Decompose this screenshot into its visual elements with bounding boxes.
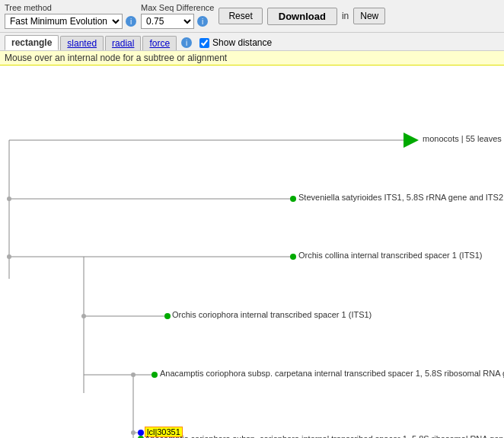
svg-point-19 [152, 372, 158, 378]
monocots-label: monocots | 55 leaves [423, 134, 502, 143]
tree-method-label: Tree method [5, 3, 136, 12]
max-seq-label: Max Seq Difference [141, 3, 214, 12]
info-bar-message: Mouse over an internal node for a subtre… [5, 53, 227, 63]
svg-point-15 [131, 430, 136, 435]
show-distance-checkbox[interactable] [199, 38, 209, 48]
svg-point-13 [81, 314, 86, 318]
tree-method-group: Tree method Fast Minimum Evolution Neigh… [5, 3, 136, 29]
reset-button[interactable]: Reset [219, 8, 262, 24]
orchis-collina-label: Orchis collina internal transcribed spac… [298, 251, 482, 260]
svg-point-18 [164, 313, 171, 319]
anacamptis-carpetana-label: Anacamptis coriophora subsp. carpetana i… [160, 369, 504, 378]
new-button[interactable]: New [353, 8, 385, 24]
toolbar: Tree method Fast Minimum Evolution Neigh… [0, 0, 504, 33]
tree-method-info-icon[interactable]: i [126, 16, 136, 27]
tree-method-select[interactable]: Fast Minimum Evolution Neighbor Joining … [5, 14, 123, 29]
tab-bar: rectangle slanted radial force i Show di… [0, 33, 504, 51]
svg-point-20 [138, 430, 144, 436]
tab-rectangle[interactable]: rectangle [5, 35, 59, 50]
tab-slanted[interactable]: slanted [60, 36, 104, 50]
svg-point-14 [131, 372, 136, 377]
tab-radial[interactable]: radial [105, 36, 141, 50]
download-button[interactable]: Download [267, 8, 337, 25]
anacamptis-coriophora-label: Anacamptis coriophora subsp. coriophora … [145, 434, 504, 438]
orchis-coriophora-label: Orchis coriophora internal transcribed s… [172, 310, 372, 319]
steveniella-label: Steveniella satyrioides ITS1, 5.8S rRNA … [298, 193, 504, 202]
show-distance-label: Show distance [212, 37, 272, 48]
show-distance-group: Show distance [199, 37, 272, 48]
tree-container: monocots | 55 leaves Steveniella satyrio… [0, 66, 504, 438]
max-seq-select[interactable]: 0.75 0.5 0.25 1.0 [141, 14, 194, 29]
svg-marker-10 [404, 133, 419, 148]
svg-point-17 [290, 254, 296, 260]
tab-force[interactable]: force [142, 36, 177, 50]
in-label: in [342, 11, 349, 21]
svg-point-12 [7, 254, 11, 259]
svg-point-16 [290, 196, 296, 202]
max-seq-group: Max Seq Difference 0.75 0.5 0.25 1.0 i [141, 3, 214, 29]
info-bar: Mouse over an internal node for a subtre… [0, 51, 504, 66]
tab-info-icon[interactable]: i [181, 37, 192, 48]
max-seq-info-icon[interactable]: i [197, 16, 208, 27]
svg-point-11 [7, 197, 11, 201]
